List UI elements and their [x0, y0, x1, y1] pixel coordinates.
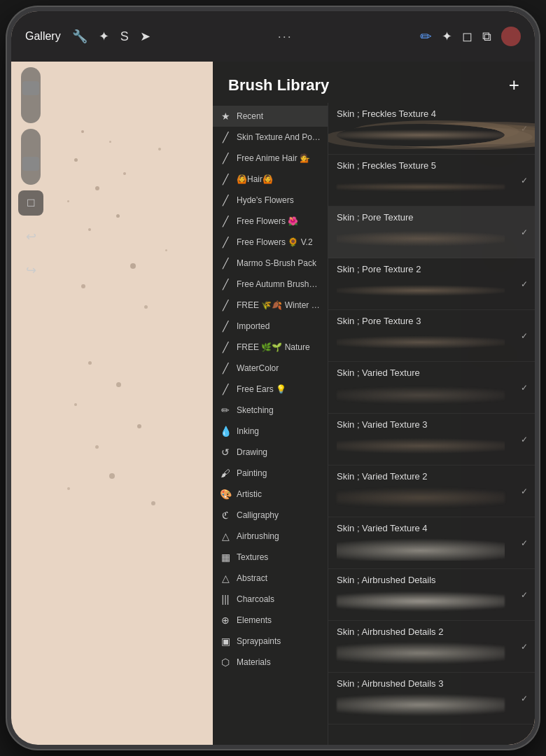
layers-icon[interactable]: ⧉	[482, 29, 491, 44]
gallery-button[interactable]: Gallery	[25, 30, 61, 43]
sidebar-item-free-autumn[interactable]: ╱ Free Autumn Brushe...	[213, 274, 328, 295]
more-options-icon[interactable]: ···	[278, 29, 293, 44]
brush-size-slider[interactable]	[21, 67, 41, 123]
brush-item-airbrushed2[interactable]: Skin ; Airbrushed Details 2 ✓	[328, 621, 535, 673]
brush-info-pore2: Skin ; Pore Texture 2	[337, 264, 515, 304]
brush-selected-icon-pore3: ✓	[521, 331, 528, 341]
sidebar-icon-abstract: △	[220, 573, 231, 584]
sidebar-label-inking: Inking	[237, 426, 259, 436]
sidebar-item-watercolor[interactable]: ╱ WaterColor	[213, 358, 328, 379]
sidebar-icon-painting: 🖌	[220, 468, 231, 479]
sidebar-item-painting[interactable]: 🖌 Painting	[213, 463, 328, 484]
sidebar-item-hair[interactable]: ╱ 🙆Hair🙆	[213, 169, 328, 190]
sidebar-label-sketching: Sketching	[237, 405, 274, 415]
sidebar-label-textures: Textures	[237, 552, 268, 562]
sidebar-item-textures[interactable]: ▦ Textures	[213, 547, 328, 568]
brush-selected-icon-varied3: ✓	[521, 435, 528, 444]
brush-name-pore3: Skin ; Pore Texture 3	[337, 316, 515, 326]
device-frame: Gallery 🔧 ✦ S ➤ ··· ✏ ✦ ◻ ⧉ ☐ ↩ ↪ Br	[7, 7, 539, 749]
sidebar-item-marmo-s[interactable]: ╱ Marmo S-Brush Pack	[213, 253, 328, 274]
sidebar-item-abstract[interactable]: △ Abstract	[213, 568, 328, 589]
sidebar-icon-charcoals: |||	[220, 594, 231, 605]
smudge-tool-icon[interactable]: ✦	[442, 29, 452, 44]
brush-item-pore[interactable]: Skin ; Pore Texture ✓	[328, 206, 535, 258]
brush-name-varied4: Skin ; Varied Texture 4	[337, 523, 515, 533]
eraser-tool-icon[interactable]: ◻	[462, 29, 472, 44]
opacity-thumb[interactable]	[22, 157, 39, 171]
sidebar-item-airbrushing[interactable]: △ Airbrushing	[213, 526, 328, 547]
magic-icon[interactable]: ✦	[99, 29, 109, 44]
pencil-tool-icon[interactable]: ✏	[420, 28, 432, 45]
brush-item-freckles4[interactable]: Skin ; Freckles Texture 4 ✓	[328, 103, 535, 155]
sidebar-item-charcoals[interactable]: ||| Charcoals	[213, 589, 328, 610]
sidebar-item-hydes-flowers[interactable]: ╱ Hyde's Flowers	[213, 190, 328, 211]
brush-preview-airbrushed2	[337, 640, 515, 666]
sidebar-item-free-anime-hair[interactable]: ╱ Free Anime Hair 💁	[213, 148, 328, 169]
sidebar-item-free-ears[interactable]: ╱ Free Ears 💡	[213, 379, 328, 400]
brush-name-airbrushed3: Skin ; Airbrushed Details 3	[337, 678, 515, 689]
sidebar-item-artistic[interactable]: 🎨 Artistic	[213, 484, 328, 505]
sidebar-icon-hydes-flowers: ╱	[220, 195, 231, 206]
sidebar-label-drawing: Drawing	[237, 447, 267, 457]
sidebar-item-elements[interactable]: ⊕ Elements	[213, 610, 328, 631]
sidebar-item-drawing[interactable]: ↺ Drawing	[213, 442, 328, 463]
sidebar-label-artistic: Artistic	[237, 489, 262, 499]
add-brush-button[interactable]: +	[509, 74, 519, 96]
sidebar-label-free-anime-hair: Free Anime Hair 💁	[237, 153, 310, 163]
brush-item-airbrushed[interactable]: Skin ; Airbrushed Details ✓	[328, 569, 535, 621]
brush-preview-varied3	[337, 433, 515, 459]
brush-stroke-pore2	[337, 279, 505, 302]
sidebar-label-watercolor: WaterColor	[237, 363, 279, 373]
sidebar-item-recent[interactable]: ★ Recent	[213, 106, 328, 127]
brush-preview-varied2	[337, 484, 515, 511]
sidebar-icon-hair: ╱	[220, 174, 231, 185]
brush-item-varied3[interactable]: Skin ; Varied Texture 3 ✓	[328, 414, 535, 465]
undo-button[interactable]: ↩	[18, 224, 43, 249]
brush-selected-icon-freckles5: ✓	[521, 176, 528, 186]
sidebar-label-charcoals: Charcoals	[237, 594, 274, 604]
opacity-slider[interactable]	[21, 129, 41, 185]
sidebar-item-inking[interactable]: 💧 Inking	[213, 421, 328, 442]
sidebar-item-sketching[interactable]: ✏ Sketching	[213, 400, 328, 421]
sidebar-item-free-nature[interactable]: ╱ FREE 🌿🌱 Nature	[213, 337, 328, 358]
brush-item-varied[interactable]: Skin ; Varied Texture ✓	[328, 362, 535, 414]
sidebar-label-hydes-flowers: Hyde's Flowers	[237, 195, 294, 205]
sidebar-icon-watercolor: ╱	[220, 363, 231, 374]
brush-item-varied2[interactable]: Skin ; Varied Texture 2 ✓	[328, 465, 535, 517]
brush-name-freckles5: Skin ; Freckles Texture 5	[337, 160, 515, 171]
sidebar-item-free-flowers-v2[interactable]: ╱ Free Flowers 🌻 V.2	[213, 232, 328, 253]
brush-stroke-freckles4	[336, 124, 506, 146]
brush-item-varied4[interactable]: Skin ; Varied Texture 4 ✓	[328, 517, 535, 569]
sidebar-icon-skin-texture-por: ╱	[220, 132, 231, 143]
color-picker[interactable]	[501, 27, 521, 46]
wrench-icon[interactable]: 🔧	[72, 29, 88, 44]
brush-stroke-airbrushed2	[337, 642, 505, 664]
brush-size-thumb[interactable]	[22, 81, 39, 95]
brush-item-pore3[interactable]: Skin ; Pore Texture 3 ✓	[328, 310, 535, 362]
brush-stroke-varied2	[337, 486, 505, 509]
sidebar-item-spraypaints[interactable]: ▣ Spraypaints	[213, 631, 328, 652]
sidebar-label-skin-texture-por: Skin Texture And Por...	[237, 132, 321, 142]
brush-item-pore2[interactable]: Skin ; Pore Texture 2 ✓	[328, 258, 535, 310]
brush-item-airbrushed3[interactable]: Skin ; Airbrushed Details 3 ✓	[328, 673, 535, 724]
transform-icon[interactable]: ➤	[140, 29, 150, 44]
sidebar-label-calligraphy: Calligraphy	[237, 510, 279, 520]
sidebar-label-spraypaints: Spraypaints	[237, 636, 281, 646]
brush-stroke-airbrushed3	[337, 694, 505, 716]
sidebar-item-skin-texture-por[interactable]: ╱ Skin Texture And Por...	[213, 127, 328, 148]
selection-icon[interactable]: S	[120, 29, 129, 44]
brush-name-airbrushed2: Skin ; Airbrushed Details 2	[337, 626, 515, 637]
brush-preview-pore2	[337, 277, 515, 304]
square-toggle[interactable]: ☐	[18, 190, 43, 216]
brush-info-freckles4: Skin ; Freckles Texture 4	[337, 108, 515, 148]
sidebar-icon-elements: ⊕	[220, 615, 231, 626]
brush-library-title: Brush Library	[228, 76, 329, 94]
sidebar-item-calligraphy[interactable]: ℭ Calligraphy	[213, 505, 328, 526]
sidebar-item-free-winter[interactable]: ╱ FREE 🌾🍂 Winter N...	[213, 295, 328, 316]
brush-stroke-freckles5	[337, 176, 505, 198]
brush-item-freckles5[interactable]: Skin ; Freckles Texture 5 ✓	[328, 155, 535, 206]
redo-button[interactable]: ↪	[18, 258, 43, 283]
sidebar-item-free-flowers[interactable]: ╱ Free Flowers 🌺	[213, 211, 328, 232]
sidebar-item-materials[interactable]: ⬡ Materials	[213, 652, 328, 673]
sidebar-item-imported[interactable]: ╱ Imported	[213, 316, 328, 337]
